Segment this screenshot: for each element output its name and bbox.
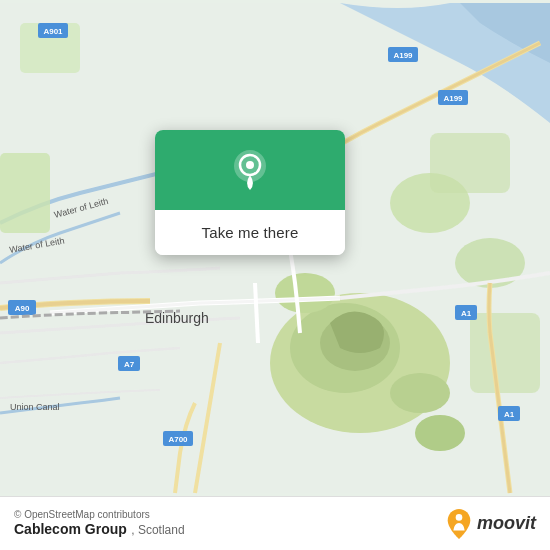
location-pin-icon [228,148,272,192]
popup-card: Take me there [155,130,345,255]
take-me-there-button[interactable]: Take me there [155,210,345,255]
attribution: © OpenStreetMap contributors [14,509,185,520]
svg-rect-12 [470,313,540,393]
app: Water of Leith Water of Leith Union Cana… [0,0,550,550]
svg-text:A1: A1 [504,410,515,419]
svg-text:A90: A90 [15,304,30,313]
svg-point-36 [456,514,463,521]
svg-text:A700: A700 [168,435,188,444]
location-info: Cablecom Group , Scotland [14,520,185,538]
map-container[interactable]: Water of Leith Water of Leith Union Cana… [0,0,550,496]
svg-rect-6 [0,153,50,233]
moovit-text: moovit [477,513,536,534]
svg-text:A199: A199 [443,94,463,103]
svg-text:A901: A901 [43,27,63,36]
svg-text:A199: A199 [393,51,413,60]
svg-point-10 [415,415,465,451]
svg-point-35 [246,161,254,169]
svg-text:Union Canal: Union Canal [10,402,60,412]
svg-rect-11 [430,133,510,193]
bottom-bar: © OpenStreetMap contributors Cablecom Gr… [0,496,550,550]
location-name: Cablecom Group [14,521,127,537]
moovit-logo: moovit [445,508,536,540]
svg-text:A7: A7 [124,360,135,369]
popup-green-area [155,130,345,210]
svg-point-4 [275,273,335,313]
moovit-pin-icon [445,508,473,540]
bottom-left: © OpenStreetMap contributors Cablecom Gr… [14,509,185,538]
location-region: , Scotland [131,523,184,537]
svg-point-9 [390,373,450,413]
svg-text:A1: A1 [461,309,472,318]
